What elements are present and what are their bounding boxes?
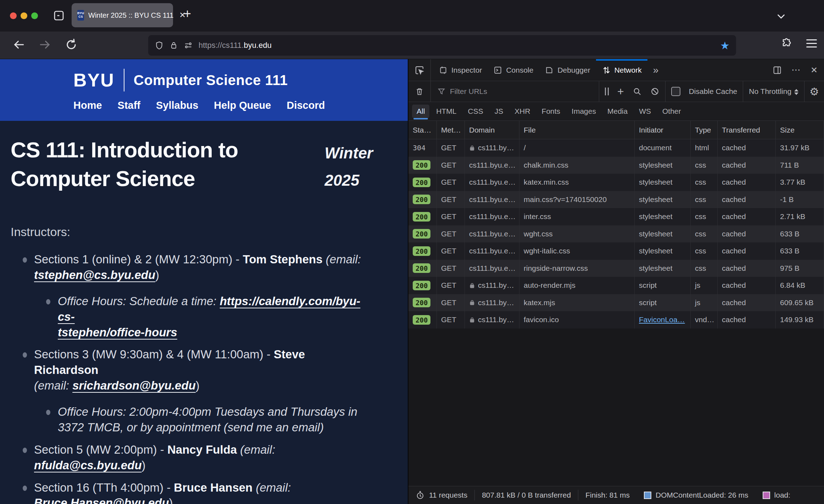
initiator-link[interactable]: FaviconLoa…	[639, 315, 685, 324]
filter-pill-js[interactable]: JS	[490, 105, 508, 118]
nav-link-discord[interactable]: Discord	[286, 100, 325, 111]
email-link[interactable]: nfulda@cs.byu.edu	[34, 459, 142, 472]
email-link[interactable]: tstephen/office-hours	[58, 326, 177, 339]
status-code: 200	[413, 263, 430, 273]
network-request-row[interactable]: 200GETcs111.byu.e…chalk.min.cssstyleshee…	[408, 157, 824, 174]
filter-pill-css[interactable]: CSS	[463, 105, 488, 118]
column-header-initiator[interactable]: Initiator	[635, 121, 691, 139]
filter-urls-input[interactable]: Filter URLs	[431, 87, 599, 96]
block-icon[interactable]	[650, 87, 659, 96]
network-request-row[interactable]: 200GETcs111.by…katex.mjsscriptjscached60…	[408, 294, 824, 312]
disable-cache-checkbox[interactable]	[671, 87, 680, 96]
nav-link-staff[interactable]: Staff	[118, 100, 140, 111]
network-request-row[interactable]: 200GETcs111.byu.e…wght-italic.cssstylesh…	[408, 242, 824, 260]
tab-console[interactable]: Console	[488, 59, 539, 81]
filter-pill-other[interactable]: Other	[658, 105, 686, 118]
domain-text: cs111.byu.e…	[469, 195, 516, 204]
email-link[interactable]: Bruce.Hansen@byu.edu	[34, 496, 169, 504]
request-transferred: cached	[718, 277, 776, 294]
permissions-toggles-icon[interactable]	[184, 41, 193, 50]
request-transferred: cached	[718, 139, 776, 157]
column-header-size[interactable]: Size	[776, 121, 824, 139]
request-status: 200	[408, 277, 437, 294]
request-domain: cs111.byu.e…	[465, 225, 519, 243]
element-picker-icon[interactable]	[408, 59, 431, 81]
minimize-window-button[interactable]	[21, 12, 27, 19]
filter-pill-all[interactable]: All	[412, 105, 429, 118]
instructor-text: (	[323, 253, 330, 266]
request-status: 200	[408, 260, 437, 277]
filter-pill-fonts[interactable]: Fonts	[537, 105, 565, 118]
email-link[interactable]: srichardson@byu.edu	[72, 379, 196, 392]
request-type: js	[691, 294, 718, 312]
bookmark-star-icon[interactable]: ★	[720, 39, 730, 52]
column-header-file[interactable]: File	[519, 121, 635, 139]
reload-button[interactable]	[65, 38, 78, 51]
nav-link-help-queue[interactable]: Help Queue	[214, 100, 271, 111]
network-request-row[interactable]: 200GETcs111.byu.e…katex.min.cssstyleshee…	[408, 174, 824, 191]
app-menu-icon[interactable]	[806, 39, 817, 47]
network-settings-gear-icon[interactable]: ⚙	[804, 85, 824, 98]
zoom-window-button[interactable]	[31, 12, 38, 19]
stopwatch-icon[interactable]	[416, 490, 425, 500]
extensions-puzzle-icon[interactable]	[781, 37, 793, 49]
devtools-menu-icon[interactable]: ⋯	[791, 65, 801, 75]
network-request-row[interactable]: 200GETcs111.by…auto-render.mjsscriptjsca…	[408, 277, 824, 294]
nav-link-syllabus[interactable]: Syllabus	[156, 100, 198, 111]
request-transferred: cached	[718, 311, 776, 329]
tab-debugger[interactable]: Debugger	[539, 59, 596, 81]
add-request-icon[interactable]: +	[617, 85, 624, 98]
back-button[interactable]	[12, 38, 26, 51]
network-request-row[interactable]: 200GETcs111.by…favicon.icoFaviconLoa…vnd…	[408, 311, 824, 329]
devtools-close-icon[interactable]: ✕	[811, 65, 818, 75]
instructor-text: email:	[330, 253, 361, 266]
request-type: css	[691, 242, 718, 260]
network-request-row[interactable]: 200GETcs111.byu.e…main.css?v=1740150020s…	[408, 191, 824, 208]
domain-text: cs111.byu.e…	[469, 264, 516, 273]
column-header-sta[interactable]: Sta…	[408, 121, 437, 139]
request-size: 633 B	[776, 225, 824, 243]
filter-pill-images[interactable]: Images	[567, 105, 601, 118]
request-initiator: stylesheet	[635, 157, 691, 174]
split-console-icon[interactable]	[772, 65, 782, 75]
email-link[interactable]: tstephen@cs.byu.edu	[34, 268, 155, 281]
new-tab-button[interactable]: +	[184, 6, 191, 21]
domain-text: cs111.byu.e…	[469, 178, 516, 186]
clear-requests-icon[interactable]	[408, 81, 431, 102]
close-window-button[interactable]	[10, 12, 17, 19]
tab-overflow-chevron-icon[interactable]	[775, 10, 787, 22]
request-size: 2.71 kB	[776, 208, 824, 225]
tab-network[interactable]: Network	[596, 59, 647, 81]
nav-link-home[interactable]: Home	[73, 100, 102, 111]
instructor-text: )	[142, 459, 146, 472]
request-initiator: stylesheet	[635, 174, 691, 191]
network-request-row[interactable]: 200GETcs111.byu.e…ringside-narrow.csssty…	[408, 260, 824, 277]
tab-overflow-icon[interactable]: »	[647, 59, 664, 81]
column-header-type[interactable]: Type	[691, 121, 718, 139]
forward-button[interactable]	[38, 38, 52, 51]
filter-pill-ws[interactable]: WS	[634, 105, 656, 118]
column-header-met[interactable]: Met…	[437, 121, 465, 139]
browser-tab[interactable]: BYUCS Winter 2025 :: BYU CS 111 ✕	[72, 3, 173, 27]
network-request-row[interactable]: 304GETcs111.by…/documenthtmlcached31.97 …	[408, 139, 824, 157]
pause-icon[interactable]	[605, 88, 609, 95]
request-domain: cs111.by…	[465, 277, 519, 294]
filter-pill-media[interactable]: Media	[603, 105, 632, 118]
byu-logo[interactable]: BYU	[73, 69, 115, 91]
network-request-list: 304GETcs111.by…/documenthtmlcached31.97 …	[408, 139, 824, 486]
throttling-select[interactable]: No Throttling	[749, 87, 798, 96]
network-request-row[interactable]: 200GETcs111.byu.e…wght.cssstylesheetcssc…	[408, 225, 824, 243]
column-header-transferred[interactable]: Transferred	[718, 121, 776, 139]
url-bar[interactable]: https://cs111.byu.edu ★	[148, 35, 736, 56]
column-header-domain[interactable]: Domain	[465, 121, 519, 139]
request-method: GET	[437, 225, 465, 243]
network-request-row[interactable]: 200GETcs111.byu.e…inter.cssstylesheetcss…	[408, 208, 824, 225]
filter-pill-html[interactable]: HTML	[432, 105, 461, 118]
search-icon[interactable]	[633, 87, 642, 96]
brand-divider	[124, 69, 124, 91]
status-code: 200	[413, 195, 430, 204]
filter-pill-xhr[interactable]: XHR	[510, 105, 535, 118]
request-file: /	[519, 139, 635, 157]
sidebar-toggle-icon[interactable]	[52, 9, 65, 22]
tab-inspector[interactable]: Inspector	[433, 59, 488, 81]
